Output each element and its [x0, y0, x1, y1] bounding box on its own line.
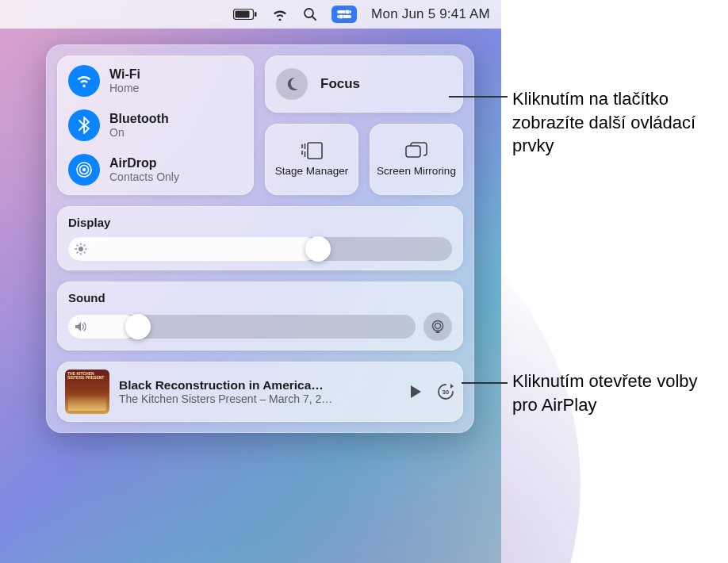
sound-tile[interactable]: Sound — [57, 282, 463, 350]
callout-focus: Kliknutím na tlačítko zobrazíte další ov… — [512, 87, 726, 158]
svg-line-4 — [312, 17, 316, 20]
svg-text:30: 30 — [443, 389, 449, 396]
sound-slider[interactable] — [68, 315, 416, 339]
screen-mirroring-icon — [404, 141, 428, 160]
airplay-audio-icon — [430, 320, 446, 334]
spotlight-icon[interactable] — [303, 7, 317, 21]
callout-leader-line — [462, 382, 508, 384]
bluetooth-icon — [68, 109, 100, 141]
svg-rect-17 — [406, 146, 420, 157]
airdrop-sub: Contacts Only — [109, 170, 179, 183]
svg-point-28 — [435, 324, 441, 329]
moon-icon — [276, 68, 308, 100]
connectivity-tile[interactable]: Wi-Fi Home Bluetooth On AirDrop — [57, 56, 254, 195]
battery-icon[interactable] — [233, 9, 257, 20]
now-playing-sub: The Kitchen Sisters Present – March 7, 2… — [119, 393, 397, 405]
svg-rect-2 — [255, 12, 257, 17]
control-center-menubar-icon[interactable] — [331, 6, 357, 23]
airdrop-title: AirDrop — [109, 156, 179, 170]
svg-point-27 — [433, 321, 443, 331]
screen-mirroring-label: Screen Mirroring — [377, 165, 456, 178]
now-playing-tile[interactable]: THE KITCHEN SISTERS PRESENT Black Recons… — [57, 362, 463, 422]
airplay-audio-button[interactable] — [423, 312, 452, 341]
control-center-panel: Wi-Fi Home Bluetooth On AirDrop — [46, 44, 474, 433]
volume-icon — [75, 321, 87, 332]
stage-manager-label: Stage Manager — [275, 165, 348, 178]
screen-mirroring-tile[interactable]: Screen Mirroring — [370, 124, 463, 195]
wifi-row[interactable]: Wi-Fi Home — [68, 65, 243, 97]
brightness-icon — [75, 243, 87, 255]
focus-label: Focus — [320, 76, 360, 92]
svg-rect-12 — [308, 143, 322, 159]
skip-forward-30-button[interactable]: 30 — [436, 382, 455, 401]
now-playing-artwork: THE KITCHEN SISTERS PRESENT — [65, 370, 109, 414]
bluetooth-title: Bluetooth — [109, 112, 169, 126]
bluetooth-row[interactable]: Bluetooth On — [68, 109, 243, 141]
wifi-icon — [68, 65, 100, 97]
menubar-datetime[interactable]: Mon Jun 5 9:41 AM — [371, 6, 490, 22]
svg-point-8 — [339, 14, 343, 19]
bluetooth-sub: On — [109, 126, 169, 139]
stage-manager-tile[interactable]: Stage Manager — [265, 124, 358, 195]
display-slider[interactable] — [68, 237, 452, 261]
callout-leader-line — [449, 96, 508, 98]
svg-point-3 — [305, 9, 313, 17]
display-label: Display — [68, 216, 452, 229]
sound-label: Sound — [68, 291, 452, 304]
airdrop-icon — [68, 154, 100, 186]
focus-tile[interactable]: Focus — [265, 56, 463, 113]
play-icon — [409, 385, 422, 399]
svg-rect-1 — [236, 11, 250, 18]
svg-line-24 — [84, 252, 85, 253]
svg-point-6 — [345, 10, 350, 14]
callout-airplay: Kliknutím otevřete volby pro AirPlay — [512, 370, 726, 416]
svg-line-26 — [77, 252, 78, 253]
svg-point-9 — [82, 168, 86, 171]
skip-forward-30-icon: 30 — [436, 382, 455, 401]
wifi-title: Wi-Fi — [109, 67, 140, 82]
display-tile[interactable]: Display — [57, 206, 463, 270]
svg-point-18 — [79, 247, 83, 251]
wifi-sub: Home — [109, 82, 140, 94]
play-button[interactable] — [406, 382, 425, 401]
svg-line-23 — [77, 245, 78, 246]
wifi-menubar-icon[interactable] — [271, 8, 289, 21]
now-playing-title: Black Reconstruction in America… — [119, 378, 397, 393]
svg-line-25 — [84, 245, 85, 246]
menubar: Mon Jun 5 9:41 AM — [0, 0, 501, 29]
airdrop-row[interactable]: AirDrop Contacts Only — [68, 154, 243, 186]
stage-manager-icon — [300, 141, 324, 160]
